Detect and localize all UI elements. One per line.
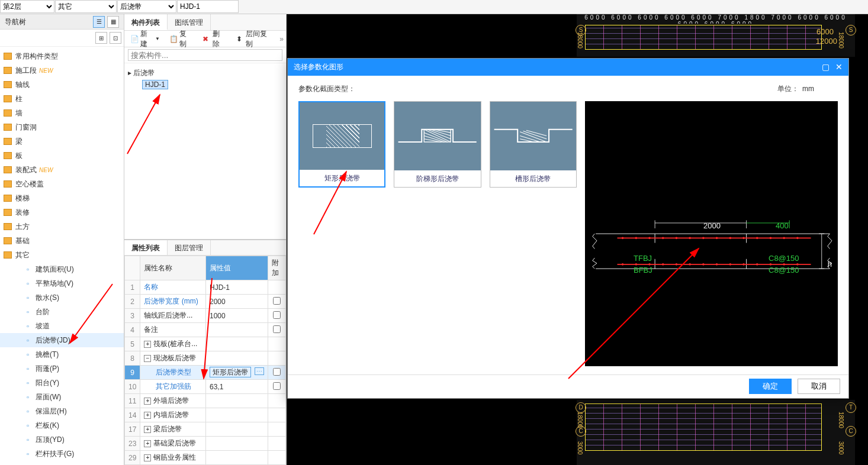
nav-item-2[interactable]: 轴线 xyxy=(0,78,124,92)
nav-subitem-9[interactable]: ▫屋面(W) xyxy=(0,390,124,404)
nav-subitem-3[interactable]: ▫台阶 xyxy=(0,305,124,319)
attach-checkbox[interactable] xyxy=(273,368,281,376)
nav-tree[interactable]: 常用构件类型施工段NEW轴线柱墙门窗洞梁板装配式NEW空心楼盖楼梯装修土方基础其… xyxy=(0,47,124,465)
nav-item-0[interactable]: 常用构件类型 xyxy=(0,49,124,63)
cad-label-18000-b: 18000 xyxy=(577,412,583,428)
expand-icon[interactable]: + xyxy=(144,454,151,461)
section-card-0[interactable]: 矩形后浇带 xyxy=(298,101,385,188)
dialog-maximize-icon[interactable]: ▢ xyxy=(822,62,830,72)
tab-drawing-mgmt[interactable]: 图纸管理 xyxy=(168,14,211,30)
folder-icon xyxy=(4,53,12,60)
nav-item-1[interactable]: 施工段NEW xyxy=(0,63,124,78)
nav-subitem-12[interactable]: ▫压顶(YD) xyxy=(0,432,124,447)
prop-row-17[interactable]: 17+梁后浇带 xyxy=(125,422,286,437)
folder-icon xyxy=(4,195,12,202)
prop-row-4[interactable]: 4备注 xyxy=(125,323,286,337)
nav-search-btn1[interactable]: ⊞ xyxy=(95,32,107,44)
comp-tree-root[interactable]: ▸ 后浇带 xyxy=(128,67,282,79)
prop-row-11[interactable]: 11+外墙后浇带 xyxy=(125,394,286,408)
component-tree[interactable]: ▸ 后浇带 HJD-1 xyxy=(124,63,286,239)
folder-icon xyxy=(4,166,12,173)
ok-button[interactable]: 确定 xyxy=(749,379,792,394)
nav-item-8[interactable]: 装配式NEW xyxy=(0,163,124,177)
attach-checkbox[interactable] xyxy=(273,325,281,333)
delete-button[interactable]: ✖删除 xyxy=(199,33,230,46)
prop-col-value[interactable]: 属性值 xyxy=(206,256,268,280)
prop-row-1[interactable]: 1名称HJD-1 xyxy=(125,280,286,295)
prop-row-5[interactable]: 5+筏板(桩承台... xyxy=(125,337,286,351)
new-button[interactable]: 📄新建 ▼ xyxy=(127,33,163,46)
prop-row-29[interactable]: 29+钢筋业务属性 xyxy=(125,451,286,465)
dialog-preview-canvas[interactable]: 2000 400 h TFBJ BFBJ C8@150 C8@150 xyxy=(585,101,838,366)
attach-checkbox[interactable] xyxy=(273,311,281,319)
grid-view-icon[interactable]: ▦ xyxy=(107,16,119,28)
expand-icon[interactable]: + xyxy=(144,412,151,419)
expand-icon[interactable]: − xyxy=(144,355,151,362)
nav-subitem-8[interactable]: ▫阳台(Y) xyxy=(0,376,124,390)
floor-select[interactable]: 第2层 xyxy=(0,0,54,13)
nav-subitem-7[interactable]: ▫雨蓬(P) xyxy=(0,361,124,376)
nav-subitem-1[interactable]: ▫平整场地(V) xyxy=(0,276,124,290)
section-card-1[interactable]: 阶梯形后浇带 xyxy=(394,101,481,188)
tab-component-list[interactable]: 构件列表 xyxy=(124,14,168,30)
dialog-titlebar[interactable]: 选择参数化图形 ▢ ✕ xyxy=(288,59,848,76)
prop-row-23[interactable]: 23+基础梁后浇带 xyxy=(125,437,286,451)
nav-item-6[interactable]: 梁 xyxy=(0,134,124,148)
nav-subitem-0[interactable]: ▫建筑面积(U) xyxy=(0,262,124,276)
nav-item-5[interactable]: 门窗洞 xyxy=(0,120,124,134)
nav-item-12[interactable]: 土方 xyxy=(0,219,124,234)
prop-row-2[interactable]: 2后浇带宽度 (mm)2000 xyxy=(125,295,286,309)
svg-point-28 xyxy=(622,263,624,266)
layer-copy-button[interactable]: ⬍层间复制 xyxy=(233,33,278,46)
list-view-icon[interactable]: ☰ xyxy=(93,16,105,28)
nav-search-btn2[interactable]: ⊡ xyxy=(110,32,121,44)
nav-subitem-2[interactable]: ▫散水(S) xyxy=(0,290,124,305)
section-card-2[interactable]: 槽形后浇带 xyxy=(490,101,577,188)
attach-checkbox[interactable] xyxy=(273,297,281,305)
nav-item-13[interactable]: 基础 xyxy=(0,234,124,248)
comp-tree-item[interactable]: HJD-1 xyxy=(128,79,282,90)
svg-point-16 xyxy=(648,237,651,239)
nav-subitem-10[interactable]: ▫保温层(H) xyxy=(0,404,124,418)
dialog-title: 选择参数化图形 xyxy=(294,62,822,72)
component-search-input[interactable] xyxy=(128,49,282,61)
toolbar-more[interactable]: » xyxy=(279,35,284,43)
prop-row-10[interactable]: 10其它加强筋63,1 xyxy=(125,380,286,394)
nav-subitem-5[interactable]: ▫后浇带(JD) xyxy=(0,333,124,347)
nav-item-3[interactable]: 柱 xyxy=(0,92,124,106)
expand-icon[interactable]: + xyxy=(144,341,151,348)
expand-icon[interactable]: + xyxy=(144,426,151,433)
category-select[interactable]: 其它 xyxy=(55,0,117,13)
component-type-select[interactable]: 后浇带 xyxy=(117,0,176,13)
copy-button[interactable]: 📋复制 xyxy=(166,33,197,46)
nav-item-4[interactable]: 墙 xyxy=(0,106,124,120)
prop-row-9[interactable]: 9后浇带类型矩形后浇带⋯ xyxy=(125,366,286,380)
ellipsis-button[interactable]: ⋯ xyxy=(255,367,264,375)
nav-item-11[interactable]: 装修 xyxy=(0,205,124,219)
tab-property-list[interactable]: 属性列表 xyxy=(124,240,168,255)
prop-col-attach[interactable]: 附加 xyxy=(268,256,286,280)
expand-icon[interactable]: + xyxy=(144,440,151,447)
prop-value-input[interactable]: 矩形后浇带⋯ xyxy=(210,367,251,377)
sub-icon: ▫ xyxy=(24,293,32,302)
cancel-button[interactable]: 取消 xyxy=(798,379,840,394)
nav-subitem-4[interactable]: ▫坡道 xyxy=(0,319,124,333)
nav-item-14[interactable]: 其它 xyxy=(0,248,124,262)
nav-subitem-13[interactable]: ▫栏杆扶手(G) xyxy=(0,447,124,461)
nav-item-7[interactable]: 板 xyxy=(0,148,124,163)
prop-row-14[interactable]: 14+内墙后浇带 xyxy=(125,408,286,422)
expand-icon[interactable]: + xyxy=(144,398,151,405)
nav-item-10[interactable]: 楼梯 xyxy=(0,191,124,205)
attach-checkbox[interactable] xyxy=(273,382,281,390)
cad-marker-c2: C xyxy=(846,426,856,437)
prop-row-3[interactable]: 3轴线距后浇带...1000 xyxy=(125,309,286,323)
prop-col-name[interactable]: 属性名称 xyxy=(140,256,206,280)
instance-input[interactable] xyxy=(177,0,239,13)
nav-subitem-11[interactable]: ▫栏板(K) xyxy=(0,418,124,432)
nav-item-9[interactable]: 空心楼盖 xyxy=(0,177,124,191)
nav-subitem-6[interactable]: ▫挑檐(T) xyxy=(0,347,124,361)
mid-toolbar: 📄新建 ▼ 📋复制 ✖删除 ⬍层间复制 » xyxy=(124,31,286,47)
dialog-close-icon[interactable]: ✕ xyxy=(835,62,843,72)
tab-layer-mgmt[interactable]: 图层管理 xyxy=(168,240,211,255)
prop-row-8[interactable]: 8−现浇板后浇带 xyxy=(125,351,286,366)
